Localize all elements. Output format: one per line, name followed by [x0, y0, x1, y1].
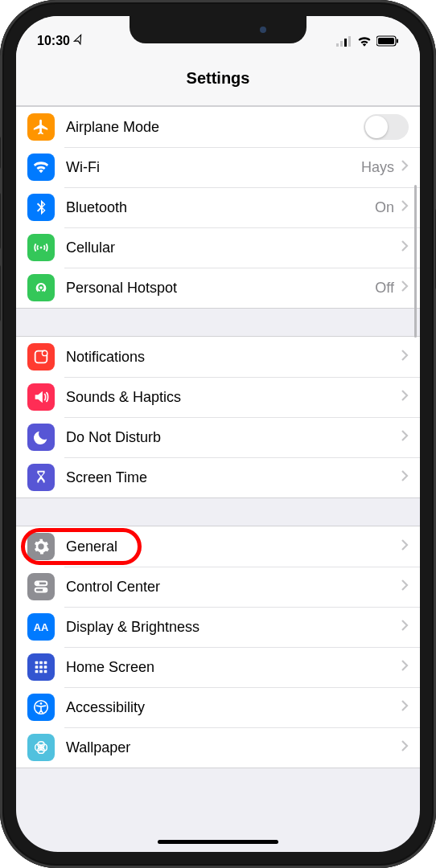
row-dnd[interactable]: Do Not Disturb: [16, 417, 420, 457]
svg-rect-6: [397, 39, 398, 43]
svg-rect-21: [44, 665, 47, 669]
switches-icon: [27, 573, 55, 600]
svg-rect-0: [336, 43, 339, 47]
settings-group-general-group: GeneralControl CenterAADisplay & Brightn…: [16, 526, 420, 768]
chevron-right-icon: [401, 659, 409, 675]
row-value-wifi: Hays: [361, 159, 394, 176]
bluetooth-icon: [27, 194, 55, 221]
display-icon: AA: [27, 613, 55, 641]
gear-icon: [27, 533, 55, 560]
moon-icon: [27, 424, 55, 451]
notifications-icon: [27, 343, 55, 371]
row-label-general: General: [66, 538, 401, 555]
row-label-accessibility: Accessibility: [66, 699, 401, 716]
svg-rect-24: [44, 670, 47, 674]
row-label-homescreen: Home Screen: [66, 659, 401, 676]
wifi-icon: [27, 154, 55, 181]
settings-list[interactable]: Airplane ModeWi-FiHaysBluetoothOnCellula…: [16, 106, 420, 768]
settings-group-notifications: NotificationsSounds & HapticsDo Not Dist…: [16, 336, 420, 498]
row-label-controlcenter: Control Center: [66, 579, 401, 596]
chevron-right-icon: [401, 538, 409, 555]
row-label-hotspot: Personal Hotspot: [66, 280, 375, 297]
svg-rect-5: [378, 38, 394, 44]
page-title: Settings: [16, 69, 420, 88]
svg-point-14: [43, 589, 45, 591]
cellular-icon: [27, 234, 55, 261]
svg-rect-1: [340, 41, 343, 47]
chevron-right-icon: [401, 240, 409, 256]
location-icon: [71, 33, 86, 50]
row-label-wallpaper: Wallpaper: [66, 739, 401, 756]
svg-rect-17: [39, 661, 43, 665]
row-notifications[interactable]: Notifications: [16, 337, 420, 377]
svg-rect-2: [344, 39, 347, 47]
chevron-right-icon: [401, 579, 409, 595]
scroll-indicator[interactable]: [414, 185, 417, 338]
row-general[interactable]: General: [16, 526, 420, 567]
chevron-right-icon: [401, 469, 409, 485]
row-label-screentime: Screen Time: [66, 469, 401, 486]
svg-point-12: [37, 583, 39, 584]
chevron-right-icon: [401, 619, 409, 635]
home-indicator[interactable]: [158, 840, 278, 844]
svg-point-26: [40, 702, 43, 705]
chevron-right-icon: [401, 280, 409, 296]
row-hotspot[interactable]: Personal HotspotOff: [16, 268, 420, 308]
wifi-status-icon: [357, 35, 372, 47]
row-wallpaper[interactable]: Wallpaper: [16, 727, 420, 768]
device-frame: 10:30 Settings Airplane ModeWi-FiHay: [0, 0, 436, 868]
row-label-cellular: Cellular: [66, 240, 401, 256]
row-label-airplane: Airplane Mode: [66, 119, 364, 136]
svg-point-8: [39, 286, 43, 289]
row-homescreen[interactable]: Home Screen: [16, 647, 420, 687]
row-display[interactable]: AADisplay & Brightness: [16, 607, 420, 647]
row-value-hotspot: Off: [375, 280, 394, 297]
svg-rect-3: [348, 36, 351, 47]
svg-rect-23: [39, 670, 43, 674]
notch: [130, 16, 306, 43]
sounds-icon: [27, 383, 55, 411]
row-label-notifications: Notifications: [66, 349, 401, 366]
row-screentime[interactable]: Screen Time: [16, 457, 420, 497]
svg-point-10: [42, 350, 47, 355]
row-value-bluetooth: On: [375, 199, 394, 216]
toggle-airplane[interactable]: [364, 114, 409, 140]
status-time: 10:30: [37, 34, 70, 48]
hourglass-icon: [27, 464, 55, 491]
header: Settings: [16, 61, 420, 106]
svg-rect-19: [35, 665, 39, 669]
svg-rect-18: [44, 661, 47, 665]
screen: 10:30 Settings Airplane ModeWi-FiHay: [16, 16, 420, 852]
row-wifi[interactable]: Wi-FiHays: [16, 147, 420, 187]
row-bluetooth[interactable]: BluetoothOn: [16, 187, 420, 227]
row-sounds[interactable]: Sounds & Haptics: [16, 377, 420, 417]
accessibility-icon: [27, 694, 55, 721]
cellular-signal-icon: [336, 35, 352, 47]
svg-text:AA: AA: [34, 621, 49, 633]
battery-icon: [376, 35, 399, 47]
svg-rect-20: [39, 665, 43, 669]
hotspot-icon: [27, 274, 55, 301]
row-airplane[interactable]: Airplane Mode: [16, 107, 420, 147]
row-controlcenter[interactable]: Control Center: [16, 567, 420, 607]
row-label-dnd: Do Not Disturb: [66, 429, 401, 446]
row-label-bluetooth: Bluetooth: [66, 199, 375, 216]
chevron-right-icon: [401, 159, 409, 175]
airplane-icon: [27, 113, 55, 141]
chevron-right-icon: [401, 389, 409, 405]
chevron-right-icon: [401, 699, 409, 715]
homescreen-icon: [27, 653, 55, 681]
row-label-sounds: Sounds & Haptics: [66, 389, 401, 406]
chevron-right-icon: [401, 199, 409, 215]
row-cellular[interactable]: Cellular: [16, 227, 420, 268]
chevron-right-icon: [401, 349, 409, 365]
svg-rect-16: [35, 661, 39, 665]
row-label-display: Display & Brightness: [66, 619, 401, 636]
chevron-right-icon: [401, 739, 409, 755]
row-accessibility[interactable]: Accessibility: [16, 687, 420, 727]
chevron-right-icon: [401, 429, 409, 445]
svg-rect-22: [35, 670, 39, 674]
row-label-wifi: Wi-Fi: [66, 159, 361, 176]
wallpaper-icon: [27, 734, 55, 761]
svg-point-7: [40, 247, 43, 249]
